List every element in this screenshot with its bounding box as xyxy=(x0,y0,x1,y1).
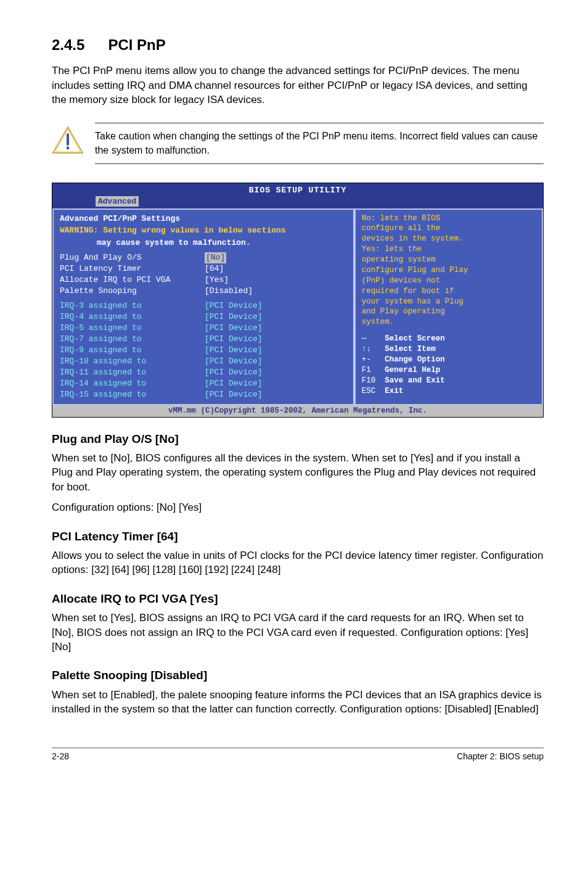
bios-help-line: configure all the xyxy=(362,223,536,234)
bios-irq-value: [PCI Device] xyxy=(205,367,263,378)
bios-setting-label: Plug And Play O/S xyxy=(60,252,205,263)
bios-irq-value: [PCI Device] xyxy=(205,345,263,356)
bios-irq-row: IRQ-7 assigned to[PCI Device] xyxy=(60,334,347,345)
caution-note: Take caution when changing the settings … xyxy=(95,123,544,163)
bios-help-line: (PnP) devices not xyxy=(362,276,536,286)
bios-irq-value: [PCI Device] xyxy=(205,323,263,334)
subsection-paragraph: Allows you to select the value in units … xyxy=(52,548,544,577)
bios-key-row: F10 Save and Exit xyxy=(362,376,536,386)
bios-irq-label: IRQ-4 assigned to xyxy=(60,311,205,323)
bios-help-line: required for boot if xyxy=(362,286,536,297)
bios-key-row: +- Change Option xyxy=(362,355,536,365)
bios-setting-row: Palette Snooping[Disabled] xyxy=(60,286,347,297)
section-number: 2.4.5 xyxy=(52,36,84,53)
bios-help-line: configure Plug and Play xyxy=(362,265,536,276)
svg-point-3 xyxy=(67,147,70,150)
subsection-paragraph: When set to [Yes], BIOS assigns an IRQ t… xyxy=(52,611,544,654)
bios-key-row: F1 General Help xyxy=(362,365,536,376)
chapter-label: Chapter 2: BIOS setup xyxy=(457,751,544,762)
page-number: 2-28 xyxy=(52,751,69,762)
bios-key-desc: General Help xyxy=(385,366,440,374)
bios-setting-label: PCI Latency Timer xyxy=(60,263,205,274)
subsection-heading: Palette Snooping [Disabled] xyxy=(52,667,544,683)
bios-screenshot: BIOS SETUP UTILITY Advanced Advanced PCI… xyxy=(52,183,544,418)
bios-key: +- xyxy=(362,355,380,365)
bios-help-line: system. xyxy=(362,317,536,328)
bios-right-panel: No: lets the BIOSconfigure all thedevice… xyxy=(354,208,543,405)
bios-key: ESC xyxy=(362,386,380,397)
bios-setting-label: Palette Snooping xyxy=(60,286,205,297)
bios-left-heading: Advanced PCI/PnP Settings xyxy=(60,213,347,225)
bios-irq-value: [PCI Device] xyxy=(205,300,263,311)
bios-setting-row: Plug And Play O/S[No] xyxy=(60,252,347,263)
bios-key-legend: ↔ Select Screen↑↓ Select Item+- Change O… xyxy=(362,334,536,396)
bios-irq-label: IRQ-3 assigned to xyxy=(60,300,205,311)
bios-help-line: and Play operating xyxy=(362,307,536,317)
bios-irq-row: IRQ-10 assigned to[PCI Device] xyxy=(60,356,347,367)
bios-key-row: ↔ Select Screen xyxy=(362,334,536,344)
bios-setting-row: PCI Latency Timer[64] xyxy=(60,263,347,274)
bios-irq-value: [PCI Device] xyxy=(205,378,263,389)
bios-title: BIOS SETUP UTILITY xyxy=(52,183,543,196)
bios-setting-value: [64] xyxy=(205,263,224,274)
bios-key: F1 xyxy=(362,365,380,376)
bios-key-row: ESC Exit xyxy=(362,386,536,397)
intro-paragraph: The PCI PnP menu items allow you to chan… xyxy=(52,64,544,107)
subsection-heading: Allocate IRQ to PCI VGA [Yes] xyxy=(52,591,544,607)
subsection-heading: PCI Latency Timer [64] xyxy=(52,529,544,545)
bios-irq-label: IRQ-7 assigned to xyxy=(60,334,205,345)
subsection-paragraph: When set to [No], BIOS configures all th… xyxy=(52,451,544,494)
bios-setting-row: Allocate IRQ to PCI VGA[Yes] xyxy=(60,274,347,286)
bios-irq-label: IRQ-14 assigned to xyxy=(60,378,205,389)
bios-irq-row: IRQ-15 assigned to[PCI Device] xyxy=(60,389,347,400)
page-footer: 2-28 Chapter 2: BIOS setup xyxy=(52,748,544,762)
bios-irq-label: IRQ-15 assigned to xyxy=(60,389,205,400)
bios-irq-value: [PCI Device] xyxy=(205,334,263,345)
bios-key: ↑↓ xyxy=(362,344,380,355)
bios-irq-label: IRQ-10 assigned to xyxy=(60,356,205,367)
bios-warning-line2: may cause system to malfunction. xyxy=(97,237,347,249)
bios-help-line: devices in the system. xyxy=(362,234,536,244)
subsection-heading: Plug and Play O/S [No] xyxy=(52,431,544,447)
bios-setting-value: [No] xyxy=(205,252,226,263)
bios-irq-label: IRQ-11 assigned to xyxy=(60,367,205,378)
bios-irq-value: [PCI Device] xyxy=(205,389,263,400)
subsection-config-options: Configuration options: [No] [Yes] xyxy=(52,500,544,514)
bios-irq-label: IRQ-9 assigned to xyxy=(60,345,205,356)
bios-copyright: vMM.mm (C)Copyright 1985-2002, American … xyxy=(52,405,543,417)
bios-key-desc: Change Option xyxy=(385,355,445,364)
bios-irq-row: IRQ-14 assigned to[PCI Device] xyxy=(60,378,347,389)
bios-help-line: Yes: lets the xyxy=(362,244,536,255)
bios-key-desc: Exit xyxy=(385,387,403,395)
bios-irq-label: IRQ-5 assigned to xyxy=(60,323,205,334)
bios-tab-advanced: Advanced xyxy=(96,196,139,207)
section-heading: 2.4.5PCI PnP xyxy=(52,35,544,55)
bios-irq-row: IRQ-9 assigned to[PCI Device] xyxy=(60,345,347,356)
subsection-paragraph: When set to [Enabled], the palete snoopi… xyxy=(52,688,544,717)
bios-key: ↔ xyxy=(362,334,380,344)
bios-key-row: ↑↓ Select Item xyxy=(362,344,536,355)
bios-irq-row: IRQ-11 assigned to[PCI Device] xyxy=(60,367,347,378)
bios-setting-value: [Yes] xyxy=(205,274,229,286)
section-title: PCI PnP xyxy=(108,36,165,53)
bios-left-panel: Advanced PCI/PnP Settings WARNING: Setti… xyxy=(52,208,354,405)
bios-key-desc: Select Item xyxy=(385,345,436,353)
caution-icon xyxy=(52,126,84,155)
bios-help-line: No: lets the BIOS xyxy=(362,213,536,224)
bios-irq-row: IRQ-5 assigned to[PCI Device] xyxy=(60,323,347,334)
bios-key-desc: Select Screen xyxy=(385,334,445,343)
bios-irq-value: [PCI Device] xyxy=(205,311,263,323)
bios-help-line: operating system xyxy=(362,255,536,265)
bios-tab-row: Advanced xyxy=(52,196,543,208)
bios-key-desc: Save and Exit xyxy=(385,376,445,385)
bios-setting-label: Allocate IRQ to PCI VGA xyxy=(60,274,205,286)
caution-text: Take caution when changing the settings … xyxy=(95,131,537,155)
bios-irq-row: IRQ-3 assigned to[PCI Device] xyxy=(60,300,347,311)
bios-key: F10 xyxy=(362,376,380,386)
bios-warning-line1: WARNING: Setting wrong values in below s… xyxy=(60,225,347,236)
bios-help-line: your system has a Plug xyxy=(362,297,536,307)
bios-irq-row: IRQ-4 assigned to[PCI Device] xyxy=(60,311,347,323)
bios-irq-value: [PCI Device] xyxy=(205,356,263,367)
bios-setting-value: [Disabled] xyxy=(205,286,253,297)
